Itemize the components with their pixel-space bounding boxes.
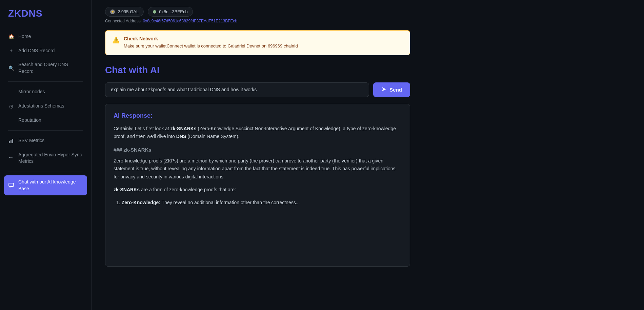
ai-response-container: AI Response: Certainly! Let's first look… bbox=[105, 104, 410, 267]
sidebar-item-ssv-metrics[interactable]: SSV Metrics bbox=[0, 134, 91, 148]
ai-response-title: AI Response: bbox=[114, 112, 402, 119]
response-paragraph-3: zk-SNARKs are a form of zero-knowledge p… bbox=[114, 186, 402, 194]
chat-input[interactable] bbox=[105, 82, 369, 97]
header-bar: ⚡ 2.995 GAL 0x8c...3BFEcb Connected Addr… bbox=[105, 7, 630, 23]
sidebar-item-label: Search and Query DNS Record bbox=[18, 61, 83, 75]
send-icon bbox=[381, 86, 387, 93]
send-button[interactable]: Send bbox=[373, 82, 410, 97]
balance-badge: ⚡ 2.995 GAL bbox=[105, 7, 144, 17]
svg-rect-2 bbox=[12, 139, 13, 143]
reputation-icon bbox=[8, 117, 14, 123]
sidebar-item-label: Reputation bbox=[18, 117, 41, 124]
ai-response-body: Certainly! Let's first look at zk-SNARKs… bbox=[114, 125, 402, 207]
chat-input-row: Send bbox=[105, 82, 410, 97]
metrics-icon bbox=[8, 138, 14, 144]
balance-amount: 2.995 GAL bbox=[118, 9, 139, 14]
bold-zksnarks: zk-SNARKs bbox=[170, 126, 197, 131]
gal-icon: ⚡ bbox=[110, 9, 115, 14]
search-icon: 🔍 bbox=[8, 65, 14, 71]
sidebar-item-label: Add DNS Record bbox=[18, 47, 55, 54]
alert-title: Check Network bbox=[124, 36, 403, 41]
sidebar-item-label: Aggregated Envio Hyper Sync Metrics bbox=[18, 152, 83, 165]
svg-rect-0 bbox=[9, 141, 10, 143]
bold-zksnarks-2: zk-SNARKs bbox=[114, 187, 140, 192]
sidebar-item-label: Mirror nodes bbox=[18, 89, 45, 95]
main-content: ⚡ 2.995 GAL 0x8c...3BFEcb Connected Addr… bbox=[92, 0, 644, 310]
plus-icon: + bbox=[8, 47, 14, 54]
sidebar-item-label: Home bbox=[18, 33, 31, 40]
list-item-1: 1. Zero-Knowledge: They reveal no additi… bbox=[114, 199, 402, 207]
short-address: 0x8c...3BFEcb bbox=[159, 9, 188, 14]
sidebar-item-home[interactable]: 🏠 Home bbox=[0, 30, 91, 43]
mirror-icon bbox=[8, 89, 14, 95]
sidebar-item-label: Attestations Schemas bbox=[18, 103, 64, 110]
sidebar-item-search-dns[interactable]: 🔍 Search and Query DNS Record bbox=[0, 58, 91, 78]
alert-content: Check Network Make sure your walletConne… bbox=[124, 36, 403, 50]
sidebar-item-aggregated[interactable]: 〜 Aggregated Envio Hyper Sync Metrics bbox=[0, 148, 91, 168]
sidebar-item-reputation[interactable]: Reputation bbox=[0, 114, 91, 127]
response-paragraph-2: Zero-knowledge proofs (ZKPs) are a metho… bbox=[114, 157, 402, 181]
page-title: Chat with AI bbox=[105, 65, 630, 76]
svg-rect-1 bbox=[11, 140, 12, 143]
list-label-1: Zero-Knowledge: bbox=[122, 200, 160, 205]
app-logo: ZKDNS bbox=[0, 8, 91, 28]
connected-address-row: Connected Address: 0x8c9c46f67d5061c6382… bbox=[105, 19, 630, 23]
wallet-row: ⚡ 2.995 GAL 0x8c...3BFEcb bbox=[105, 7, 630, 17]
sidebar-item-chat-ai[interactable]: Chat with our AI knowledge Base bbox=[4, 175, 87, 195]
warning-icon: ⚠️ bbox=[112, 36, 120, 44]
section-heading-zksnarks: ### zk-SNARKs bbox=[114, 146, 402, 154]
response-paragraph-1: Certainly! Let's first look at zk-SNARKs… bbox=[114, 125, 402, 141]
alert-banner: ⚠️ Check Network Make sure your walletCo… bbox=[105, 30, 410, 55]
connection-dot bbox=[153, 10, 156, 14]
sidebar-item-add-dns[interactable]: + Add DNS Record bbox=[0, 44, 91, 58]
send-button-label: Send bbox=[389, 87, 402, 93]
sidebar-item-label: SSV Metrics bbox=[18, 137, 44, 144]
sidebar-item-label: Chat with our AI knowledge Base bbox=[18, 179, 83, 192]
sidebar-separator-2 bbox=[8, 130, 83, 131]
sidebar-nav: 🏠 Home + Add DNS Record 🔍 Search and Que… bbox=[0, 30, 91, 302]
home-icon: 🏠 bbox=[8, 34, 14, 40]
sidebar-separator bbox=[8, 81, 83, 82]
chat-icon bbox=[8, 182, 14, 189]
sync-icon: 〜 bbox=[8, 155, 14, 161]
svg-rect-3 bbox=[9, 183, 14, 187]
sidebar-separator-3 bbox=[8, 172, 83, 172]
alert-body: Make sure your walletConnect wallet is c… bbox=[124, 43, 403, 50]
sidebar: ZKDNS 🏠 Home + Add DNS Record 🔍 Search a… bbox=[0, 0, 92, 310]
address-badge: 0x8c...3BFEcb bbox=[148, 7, 193, 17]
bold-dns: DNS bbox=[176, 134, 186, 139]
attestation-icon: ◷ bbox=[8, 103, 14, 109]
sidebar-item-mirror-nodes[interactable]: Mirror nodes bbox=[0, 85, 91, 99]
full-address-link[interactable]: 0x8c9c46f67d5061c63829fdF37EAdF51E213BFE… bbox=[143, 19, 237, 23]
sidebar-item-attestation[interactable]: ◷ Attestations Schemas bbox=[0, 99, 91, 113]
